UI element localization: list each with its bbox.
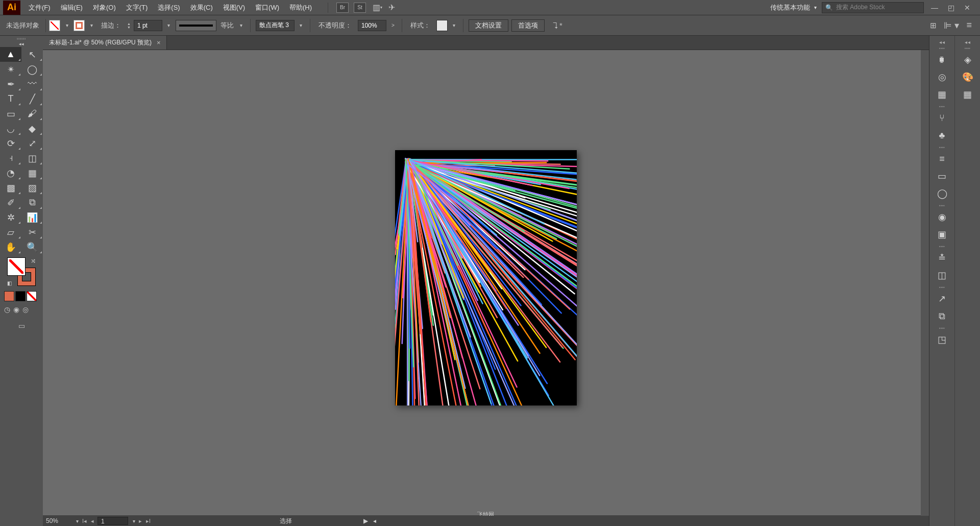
first-artboard-icon[interactable]: I◂ <box>81 518 88 524</box>
properties-icon[interactable]: ⧯ <box>933 51 951 68</box>
profile-dropdown[interactable]: ▾ <box>238 20 245 31</box>
shape-builder-tool[interactable]: ◔ <box>0 165 21 180</box>
artboard-number-field[interactable]: 1 <box>97 517 128 525</box>
line-segment-tool[interactable]: ╱ <box>21 91 43 106</box>
arrange-documents-icon[interactable]: ▥ ▾ <box>371 3 383 13</box>
pathfinder-icon[interactable]: ◫ <box>933 267 951 284</box>
fill-box[interactable] <box>7 257 26 276</box>
transform-proxy-icon[interactable]: ⊞ <box>930 21 937 30</box>
canvas[interactable]: 飞特网 FEVTE.COM 50% ▾ I◂ ◂ 1 ▾ ▸ ▸I 选择 ▶ ◂ <box>43 50 929 526</box>
opacity-field[interactable]: 100% <box>358 20 386 31</box>
align-options-icon[interactable]: ⮧* <box>548 21 567 30</box>
artboards-icon[interactable]: ▦ <box>959 86 977 103</box>
menu-help[interactable]: 帮助(H) <box>284 0 317 15</box>
align-icon[interactable]: ≛ <box>933 249 951 267</box>
zoom-dropdown[interactable]: ▾ <box>74 515 81 526</box>
menu-edit[interactable]: 编辑(E) <box>56 0 88 15</box>
brush-dropdown[interactable]: ▾ <box>298 20 305 31</box>
close-button[interactable]: ✕ <box>962 2 973 13</box>
fill-dropdown[interactable]: ▾ <box>63 20 70 31</box>
transform-icon[interactable]: ↗ <box>933 290 951 307</box>
artboard-tool[interactable]: ▱ <box>0 225 21 240</box>
menu-object[interactable]: 对象(O) <box>88 0 121 15</box>
rectangle-tool[interactable]: ▭ <box>0 106 21 121</box>
next-artboard-icon[interactable]: ▸ <box>137 518 143 524</box>
brush-definition-field[interactable]: 散点画笔 3 <box>256 20 295 31</box>
panel-expand-1[interactable]: ◂◂ <box>929 39 954 45</box>
change-screen-mode-icon[interactable]: ▭ <box>18 322 25 330</box>
style-dropdown[interactable]: ▾ <box>451 20 458 31</box>
toolbox-grip[interactable]: ▮▮▮▮▮▮ <box>0 36 43 41</box>
stroke-weight-field[interactable]: 1 pt <box>134 20 162 31</box>
column-graph-tool[interactable]: 📊 <box>21 210 43 225</box>
actions-icon[interactable]: ⧉ <box>933 307 951 325</box>
width-tool[interactable]: ⫞ <box>0 151 21 165</box>
shaper-tool[interactable]: ◡ <box>0 121 21 136</box>
maximize-button[interactable]: ◰ <box>945 2 957 13</box>
status-play-icon[interactable]: ▶ ◂ <box>363 517 376 524</box>
color-swatch-1[interactable] <box>4 291 14 301</box>
panel-menu-icon[interactable]: ≡ <box>966 20 972 31</box>
gpu-rocket-icon[interactable]: ✈ <box>388 3 395 12</box>
draw-behind-icon[interactable]: ◎ <box>22 305 29 314</box>
menu-window[interactable]: 窗口(W) <box>250 0 284 15</box>
links-icon[interactable]: ◳ <box>933 331 951 348</box>
bridge-icon[interactable]: Br <box>336 3 349 13</box>
eraser-tool[interactable]: ◆ <box>21 121 43 136</box>
transparency-icon[interactable]: ◯ <box>933 185 951 202</box>
direct-selection-tool[interactable]: ↖ <box>21 47 43 62</box>
menu-file[interactable]: 文件(F) <box>23 0 56 15</box>
symbol-sprayer-tool[interactable]: ✲ <box>0 210 21 225</box>
hand-tool[interactable]: ✋ <box>0 240 21 254</box>
zoom-tool[interactable]: 🔍 <box>21 240 43 254</box>
color-swatch-none[interactable] <box>27 291 37 301</box>
graphic-styles-icon[interactable]: ▣ <box>933 226 951 243</box>
rotate-tool[interactable]: ⟳ <box>0 136 21 151</box>
artboard-nav[interactable]: I◂ ◂ <box>81 518 95 524</box>
workspace-switcher[interactable]: 传统基本功能 ▾ <box>770 3 817 12</box>
toolbox-collapse[interactable]: ◂◂ <box>0 41 43 47</box>
stroke-dropdown[interactable]: ▾ <box>88 20 95 31</box>
brushes-icon[interactable]: ⑂ <box>933 109 951 127</box>
color-swatch-2[interactable] <box>15 291 26 301</box>
slice-tool[interactable]: ✂ <box>21 225 43 240</box>
lasso-tool[interactable]: ◯ <box>21 62 43 77</box>
type-tool[interactable]: T <box>0 91 21 106</box>
appearance-icon[interactable]: ◉ <box>933 208 951 226</box>
artboard-dropdown[interactable]: ▾ <box>130 515 137 526</box>
curvature-tool[interactable]: 〰 <box>21 77 43 91</box>
variable-width-profile[interactable] <box>176 20 216 31</box>
blend-tool[interactable]: ⧉ <box>21 195 43 210</box>
magic-wand-tool[interactable]: ✴ <box>0 62 21 77</box>
cc-libraries-icon[interactable]: ◎ <box>933 68 951 86</box>
prev-artboard-icon[interactable]: ◂ <box>89 518 95 524</box>
stock-icon[interactable]: St <box>354 3 366 13</box>
fill-swatch[interactable] <box>49 20 60 31</box>
screen-mode-icon[interactable]: ◷ <box>4 305 10 314</box>
eyedropper-tool[interactable]: ✐ <box>0 195 21 210</box>
panel-expand-2[interactable]: ◂◂ <box>955 39 980 45</box>
symbols-icon[interactable]: ♣ <box>933 127 951 144</box>
scale-tool[interactable]: ⤢ <box>21 136 43 151</box>
paintbrush-tool[interactable]: 🖌 <box>21 106 43 121</box>
pen-tool[interactable]: ✒ <box>0 77 21 91</box>
minimize-button[interactable]: — <box>929 2 940 13</box>
stroke-icon[interactable]: ≡ <box>933 150 951 168</box>
selection-tool[interactable]: ▲ <box>0 47 21 62</box>
search-input[interactable]: 🔍 搜索 Adobe Stock <box>822 2 924 13</box>
last-artboard-icon[interactable]: ▸I <box>144 518 152 524</box>
default-fill-stroke-icon[interactable]: ◧ <box>7 280 12 286</box>
stroke-weight-dropdown[interactable]: ▾ <box>165 20 173 31</box>
menu-effect[interactable]: 效果(C) <box>185 0 218 15</box>
layers-icon[interactable]: ◈ <box>959 51 977 68</box>
swatches-icon[interactable]: 🎨 <box>959 68 977 86</box>
document-setup-button[interactable]: 文档设置 <box>469 19 508 32</box>
stroke-swatch[interactable] <box>74 20 85 31</box>
document-tab[interactable]: 未标题-1.ai* @ 50% (RGB/GPU 预览) × <box>43 36 167 50</box>
fill-stroke-proxy[interactable]: ⤭ ◧ <box>7 257 36 286</box>
preferences-button[interactable]: 首选项 <box>511 19 545 32</box>
stroke-stepper[interactable]: ▲▼ <box>127 22 131 29</box>
free-transform-tool[interactable]: ◫ <box>21 151 43 165</box>
opacity-dropdown[interactable]: > <box>389 20 397 31</box>
swap-fill-stroke-icon[interactable]: ⤭ <box>31 257 36 265</box>
